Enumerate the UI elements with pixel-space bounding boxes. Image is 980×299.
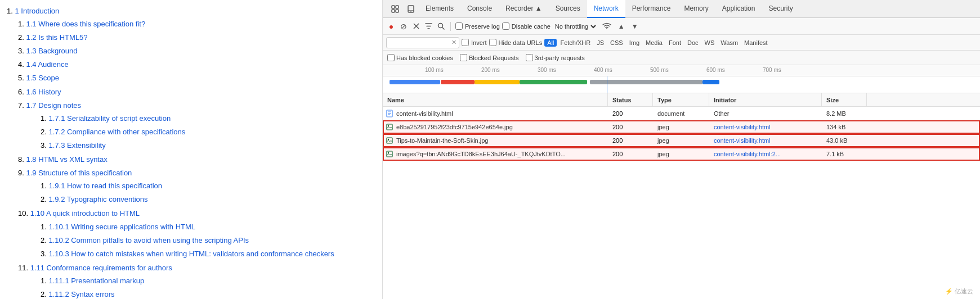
filter-type-fetch_xhr[interactable]: Fetch/XHR [557,39,593,47]
tick-600ms: 600 ms [706,67,725,73]
tab-sources[interactable]: Sources [549,0,587,18]
tab-security[interactable]: Security [762,0,799,18]
filter-type-media[interactable]: Media [643,39,665,47]
filter-clear-icon[interactable]: ✕ [451,39,457,46]
svg-point-19 [388,152,389,153]
toc-item: 3. 1.7.3 Extensibility [18,139,375,152]
col-size[interactable]: Size [822,93,867,106]
record-button[interactable]: ● [386,21,396,31]
svg-point-17 [388,138,389,139]
toc-link[interactable]: 1.8 HTML vs XML syntax [26,155,107,164]
toc-link[interactable]: 1.9.2 Typographic conventions [48,195,147,203]
table-row[interactable]: Tips-to-Maintain-the-Soft-Skin.jpg200jpe… [383,134,980,147]
tab-network[interactable]: Network [587,0,625,18]
filter-input[interactable] [389,39,451,46]
cell-initiator-0: Other [709,110,822,117]
filter-type-font[interactable]: Font [666,39,684,47]
cell-status-2: 200 [608,137,653,144]
toc-link[interactable]: 1.4 Audience [26,60,68,69]
cell-size-2: 43.0 kB [822,137,867,144]
svg-rect-2 [392,10,395,12]
toc-link[interactable]: 1.5 Scope [26,74,59,82]
table-row[interactable]: content-visibility.html200documentOther8… [383,107,980,120]
disable-cache-checkbox[interactable]: Disable cache [502,22,551,30]
download-icon[interactable]: ▼ [629,21,641,31]
svg-rect-14 [387,124,392,130]
toc-link[interactable]: 1 Introduction [15,7,59,15]
table-row[interactable]: images?q=tbn:ANd9GcTD8kEsEE3hJ64aU-_TKQJ… [383,147,980,161]
toc-link[interactable]: 1.10.1 Writing secure applications with … [48,223,195,231]
toc-link[interactable]: 1.9 Structure of this specification [26,169,132,177]
toc-link[interactable]: 1.7.1 Serializability of script executio… [48,114,171,123]
filter-type-js[interactable]: JS [594,39,607,47]
cell-initiator-3: content-visibility.html:2... [709,151,822,157]
toc-link[interactable]: 1.9.1 How to read this specification [48,182,162,190]
network-toolbar: ● ⊘ Preserve log Disable cache No thrott… [383,18,980,35]
cell-status-0: 200 [608,110,653,117]
filter-type-img[interactable]: Img [627,39,642,47]
toc-panel: 1. 1 Introduction1. 1.1 Where does this … [0,0,383,299]
filter-button[interactable] [423,21,433,31]
network-rows: content-visibility.html200documentOther8… [383,107,980,161]
table-row[interactable]: e8ba252917952f23dfc9715e942e654e.jpg200j… [383,120,980,134]
col-name[interactable]: Name [383,93,608,106]
cell-size-1: 134 kB [822,124,867,130]
toc-link[interactable]: 1.7.3 Extensibility [48,141,105,150]
toc-link[interactable]: 1.10.3 How to catch mistakes when writin… [48,250,334,258]
filter-type-all[interactable]: All [544,39,557,47]
throttle-select[interactable]: No throttling [553,22,598,30]
toc-item: 8. 1.8 HTML vs XML syntax [7,153,375,166]
toc-link[interactable]: 1.2 Is this HTML5? [26,33,87,42]
tab-console[interactable]: Console [460,0,499,18]
timeline-bars [387,76,980,93]
hide-data-urls-checkbox[interactable]: Hide data URLs [489,39,543,46]
toc-item: 2. 1.9.2 Typographic conventions [18,193,375,206]
watermark: ⚡ 亿速云 [945,287,973,296]
device-mode-icon[interactable] [403,1,419,17]
filter-type-doc[interactable]: Doc [684,39,701,47]
filter-type-wasm[interactable]: Wasm [718,39,741,47]
col-type[interactable]: Type [653,93,709,106]
search-button[interactable] [436,21,446,31]
filter-type-ws[interactable]: WS [702,39,718,47]
col-status[interactable]: Status [608,93,653,106]
toc-link[interactable]: 1.10 A quick introduction to HTML [30,209,140,218]
timeline-bar-2 [441,80,475,84]
third-party-label[interactable]: 3rd-party requests [526,54,585,61]
preserve-log-checkbox[interactable]: Preserve log [455,22,500,30]
toc-link[interactable]: 1.10.2 Common pitfalls to avoid when usi… [48,236,249,244]
upload-icon[interactable]: ▲ [616,21,627,31]
cell-name-2: Tips-to-Maintain-the-Soft-Skin.jpg [383,136,608,145]
filter-type-css[interactable]: CSS [607,39,626,47]
toc-link[interactable]: 1.1 Where does this specification fit? [26,20,145,28]
toc-link[interactable]: 1.3 Background [26,47,77,55]
toc-link[interactable]: 1.7 Design notes [26,101,81,110]
filter-input-wrapper: ✕ [386,37,459,48]
tab-elements[interactable]: Elements [419,0,460,18]
inspect-icon[interactable] [387,1,403,17]
table-header: Name Status Type Initiator Size [383,93,980,107]
img-icon [385,150,394,158]
blocked-cookies-label[interactable]: Has blocked cookies [387,54,453,61]
filter-type-manifest[interactable]: Manifest [741,39,771,47]
cell-status-3: 200 [608,151,653,157]
img-icon [385,123,394,132]
clear-button[interactable] [411,21,421,31]
stop-button[interactable]: ⊘ [399,21,409,31]
svg-point-9 [606,28,607,28]
toc-link[interactable]: 1.11.2 Syntax errors [48,290,114,298]
toc-link[interactable]: 1.7.2 Compliance with other specificatio… [48,128,185,136]
tab-memory[interactable]: Memory [677,0,715,18]
toc-link[interactable]: 1.6 History [26,88,61,96]
svg-rect-1 [396,6,399,8]
toc-link[interactable]: 1.11.1 Presentational markup [48,277,144,285]
toc-item: 7. 1.7 Design notes1. 1.7.1 Serializabil… [7,99,375,153]
cell-type-2: jpeg [653,137,709,144]
tab-performance[interactable]: Performance [625,0,678,18]
col-initiator[interactable]: Initiator [709,93,822,106]
tab-application[interactable]: Application [715,0,762,18]
tab-recorder[interactable]: Recorder ▲ [499,0,549,18]
toc-link[interactable]: 1.11 Conformance requirements for author… [30,264,172,272]
invert-checkbox[interactable]: Invert [462,39,487,46]
blocked-requests-label[interactable]: Blocked Requests [460,54,519,61]
